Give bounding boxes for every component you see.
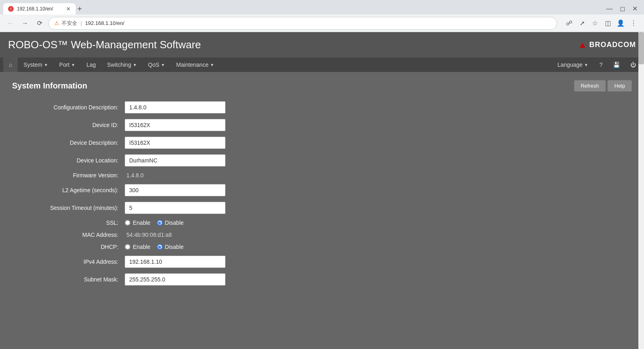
device-description-row: Device Description: (12, 137, 632, 149)
config-description-row: Configuration Description: (12, 101, 632, 113)
dhcp-enable-radio[interactable] (125, 244, 130, 250)
profile-button[interactable]: 👤 (615, 18, 626, 29)
app-nav: ⌂ System ▼ Port ▼ Lag Switching ▼ QoS ▼ … (0, 57, 644, 72)
split-view-button[interactable]: ◫ (602, 18, 613, 29)
nav-switching-arrow: ▼ (133, 63, 137, 67)
l2-agetime-label: L2 Agetime (seconds): (12, 187, 125, 193)
nav-qos-arrow: ▼ (161, 63, 165, 67)
mac-address-row: MAC Address: 54:4b:90:08:d1:a8 (12, 232, 632, 238)
help-icon: ? (599, 62, 603, 68)
close-window-button[interactable]: ✕ (629, 3, 641, 14)
restore-button[interactable]: ◻ (617, 3, 628, 14)
nav-port[interactable]: Port ▼ (54, 57, 81, 72)
nav-lag-label: Lag (87, 62, 96, 68)
dhcp-enable-option[interactable]: Enable (125, 244, 151, 250)
address-url: 192.168.1.10/en/ (85, 20, 124, 26)
ssl-disable-radio[interactable] (157, 220, 163, 226)
save-icon: 💾 (613, 62, 620, 68)
help-button[interactable]: Help (607, 80, 632, 92)
app-title: ROBO-OS™ Web-Management Software (8, 39, 201, 51)
dhcp-label: DHCP: (12, 244, 125, 250)
ssl-enable-option[interactable]: Enable (125, 220, 151, 226)
bookmark-button[interactable]: ☆ (589, 18, 601, 29)
device-location-label: Device Location: (12, 157, 125, 164)
scrollbar[interactable] (638, 32, 644, 349)
page-actions: Refresh Help (574, 80, 632, 92)
nav-lag[interactable]: Lag (81, 57, 101, 72)
dhcp-disable-option[interactable]: Disable (157, 244, 184, 250)
scrollbar-thumb[interactable] (638, 32, 644, 64)
ssl-row: SSL: Enable Disable (12, 220, 632, 226)
page-header: System Information Refresh Help (12, 80, 632, 92)
ssl-disable-option[interactable]: Disable (157, 220, 184, 226)
device-location-input[interactable] (125, 154, 225, 166)
ipv4-address-label: IPv4 Address: (12, 259, 125, 265)
reload-button[interactable]: ⟳ (34, 18, 45, 29)
nav-right-section: Language ▼ ? 💾 ⏻ (552, 57, 641, 72)
nav-system[interactable]: System ▼ (18, 57, 54, 72)
nav-switching-label: Switching (107, 62, 131, 68)
device-location-row: Device Location: (12, 154, 632, 166)
minimize-button[interactable]: — (603, 4, 616, 14)
address-text: 不安全 (62, 20, 77, 27)
nav-qos[interactable]: QoS ▼ (142, 57, 171, 72)
subnet-mask-input[interactable] (125, 273, 225, 285)
ipv4-address-row: IPv4 Address: (12, 256, 632, 268)
ssl-enable-radio[interactable] (125, 220, 130, 226)
l2-agetime-row: L2 Agetime (seconds): (12, 184, 632, 196)
browser-nav: ← → ⟳ ⚠ 不安全 | 192.168.1.10/en/ ☍ ➚ ☆ ◫ 👤… (0, 14, 644, 32)
mac-address-label: MAC Address: (12, 232, 125, 238)
l2-agetime-input[interactable] (125, 184, 225, 196)
system-info-form: Configuration Description: Device ID: De… (12, 101, 632, 285)
share-button[interactable]: ➚ (576, 18, 588, 29)
firmware-version-label: Firmware Version: (12, 172, 125, 179)
ipv4-address-input[interactable] (125, 256, 225, 268)
nav-home[interactable]: ⌂ (3, 57, 18, 72)
address-separator: | (80, 20, 82, 26)
menu-button[interactable]: ⋮ (628, 18, 639, 29)
dhcp-row: DHCP: Enable Disable (12, 244, 632, 250)
nav-help-button[interactable]: ? (594, 57, 607, 72)
dhcp-disable-label: Disable (165, 244, 184, 250)
nav-maintenance-arrow: ▼ (210, 63, 214, 67)
browser-tab[interactable]: ! 192.168.1.10/en/ ✕ (3, 3, 76, 14)
firmware-version-row: Firmware Version: 1.4.8.0 (12, 172, 632, 179)
broadcom-logo-text: BROADCOM (589, 41, 636, 49)
dhcp-enable-label: Enable (133, 244, 151, 250)
mac-address-value: 54:4b:90:08:d1:a8 (125, 232, 172, 238)
back-button[interactable]: ← (5, 18, 16, 29)
session-timeout-input[interactable] (125, 202, 225, 214)
home-icon: ⌂ (9, 62, 12, 68)
nav-switching[interactable]: Switching ▼ (101, 57, 142, 72)
forward-button[interactable]: → (19, 18, 31, 29)
browser-actions: ☍ ➚ ☆ ◫ 👤 ⋮ (564, 18, 639, 29)
main-content: System Information Refresh Help Configur… (0, 72, 644, 299)
security-warning-icon: ⚠ (54, 20, 59, 26)
tab-favicon: ! (8, 6, 14, 12)
nav-maintenance[interactable]: Maintenance ▼ (171, 57, 220, 72)
tab-close-button[interactable]: ✕ (66, 6, 71, 12)
dhcp-disable-radio[interactable] (157, 244, 163, 250)
nav-port-label: Port (59, 62, 70, 68)
firmware-version-value: 1.4.8.0 (125, 172, 144, 179)
refresh-button[interactable]: Refresh (574, 80, 606, 92)
device-id-input[interactable] (125, 119, 225, 131)
power-icon: ⏻ (630, 62, 636, 68)
nav-language-label: Language (557, 62, 582, 68)
nav-save-button[interactable]: 💾 (608, 57, 625, 72)
screenshot-button[interactable]: ☍ (564, 18, 575, 29)
device-id-row: Device ID: (12, 119, 632, 131)
nav-port-arrow: ▼ (71, 63, 75, 67)
ssl-label: SSL: (12, 220, 125, 226)
device-description-label: Device Description: (12, 140, 125, 146)
window-controls: — ◻ ✕ (603, 3, 644, 14)
session-timeout-row: Session Timeout (minutes): (12, 202, 632, 214)
address-bar[interactable]: ⚠ 不安全 | 192.168.1.10/en/ (48, 17, 557, 30)
nav-language[interactable]: Language ▼ (552, 57, 594, 72)
ssl-radio-group: Enable Disable (125, 220, 184, 226)
dhcp-radio-group: Enable Disable (125, 244, 184, 250)
tab-title: 192.168.1.10/en/ (17, 6, 53, 12)
device-description-input[interactable] (125, 137, 225, 149)
new-tab-button[interactable]: + (77, 5, 82, 13)
config-description-input[interactable] (125, 101, 225, 113)
